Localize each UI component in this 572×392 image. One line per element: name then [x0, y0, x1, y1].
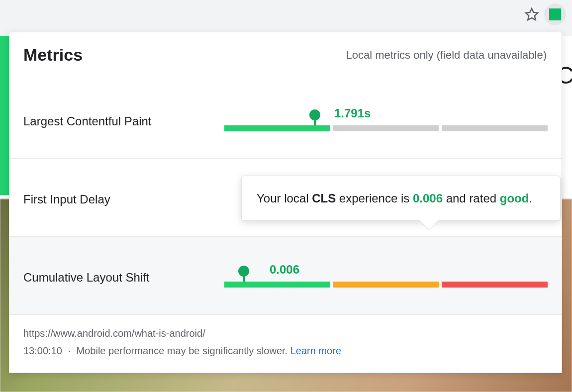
metric-track-lcp: 1.791s	[224, 106, 548, 136]
popup-footer: https://www.android.com/what-is-android/…	[9, 314, 562, 373]
tooltip-text-suffix: .	[529, 192, 532, 205]
extension-badge[interactable]	[544, 3, 566, 25]
bookmark-star-icon[interactable]	[524, 7, 539, 22]
marker-dot-icon	[238, 266, 249, 277]
footer-url: https://www.android.com/what-is-android/	[23, 325, 548, 342]
metric-track-cls: 0.006	[224, 263, 548, 293]
metric-value-cls: 0.006	[270, 263, 299, 277]
threshold-track-cls	[224, 282, 548, 288]
tooltip-metric-short: CLS	[312, 192, 336, 205]
marker-dot-icon	[309, 109, 320, 120]
tooltip-value: 0.006	[413, 192, 443, 205]
segment-grey	[333, 125, 439, 131]
tooltip-text-mid2: and rated	[443, 192, 500, 205]
browser-chrome-bar	[0, 0, 572, 29]
popup-subtitle: Local metrics only (field data unavailab…	[346, 49, 547, 62]
metric-row-cls[interactable]: Cumulative Layout Shift 0.006	[9, 236, 562, 314]
tooltip-rating: good	[500, 192, 529, 205]
metric-label-lcp: Largest Contentful Paint	[23, 114, 224, 128]
segment-needs-improvement	[333, 282, 439, 288]
separator-dot-icon: ·	[68, 345, 71, 356]
tooltip-text-mid: experience is	[336, 192, 413, 205]
footer-time: 13:00:10	[23, 345, 62, 356]
popup-header: Metrics Local metrics only (field data u…	[9, 32, 562, 79]
metrics-popup: Metrics Local metrics only (field data u…	[9, 32, 562, 373]
tooltip-text-prefix: Your local	[257, 192, 312, 205]
footer-note-text: Mobile performance may be significantly …	[77, 345, 288, 356]
segment-good	[224, 125, 330, 131]
segment-grey	[442, 125, 548, 131]
popup-title: Metrics	[23, 45, 83, 65]
threshold-track-lcp	[224, 125, 548, 131]
metric-row-lcp[interactable]: Largest Contentful Paint 1.791s	[9, 79, 562, 158]
segment-poor	[442, 282, 548, 288]
footer-note-line: 13:00:10 · Mobile performance may be sig…	[23, 342, 548, 360]
segment-good	[224, 282, 330, 288]
backdrop-green-stripe	[0, 36, 10, 195]
cls-tooltip: Your local CLS experience is 0.006 and r…	[241, 176, 561, 221]
metric-label-cls: Cumulative Layout Shift	[23, 271, 224, 285]
learn-more-link[interactable]: Learn more	[290, 345, 341, 356]
extension-status-icon	[549, 8, 561, 20]
metric-value-lcp: 1.791s	[334, 106, 371, 120]
metric-label-fid: First Input Delay	[23, 193, 224, 206]
